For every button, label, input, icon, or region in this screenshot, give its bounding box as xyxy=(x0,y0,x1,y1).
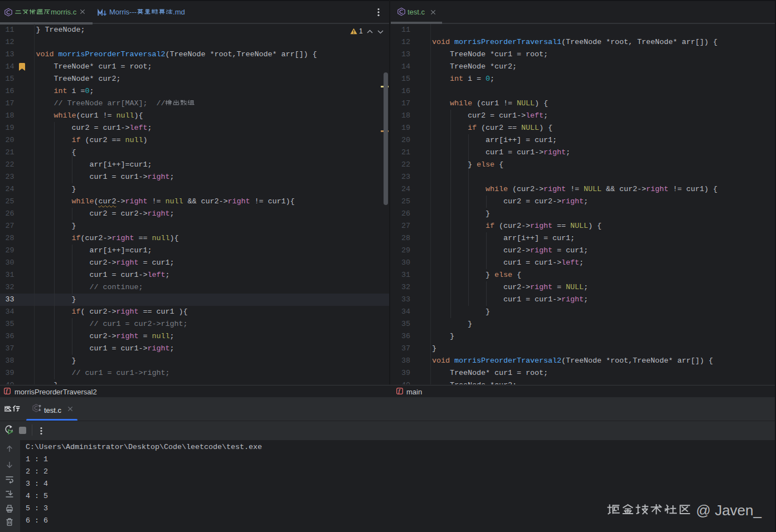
svg-text:f: f xyxy=(398,388,401,394)
svg-text:f: f xyxy=(6,388,8,394)
